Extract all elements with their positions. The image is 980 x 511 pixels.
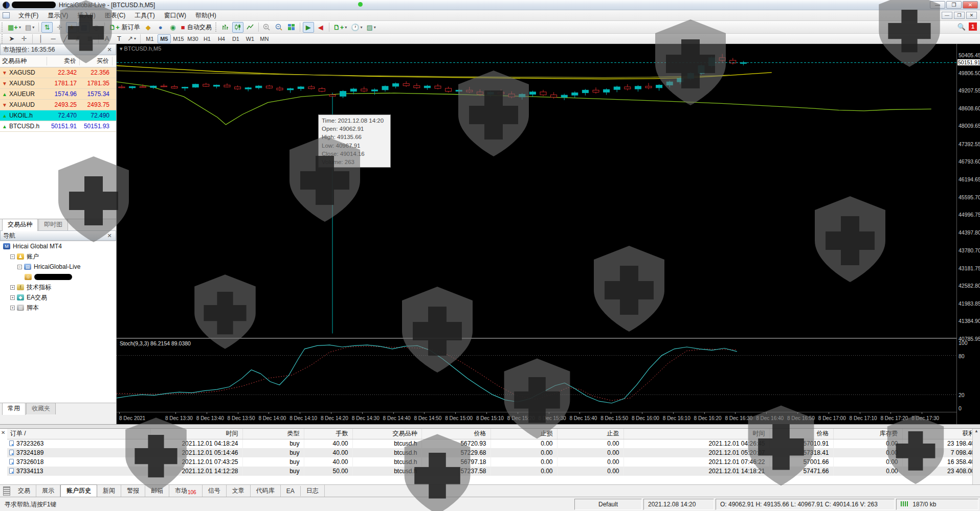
market-row-xauusd[interactable]: ▼XAUUSD1781.171781.35 <box>0 78 116 89</box>
overlay-search-icon[interactable]: 🔍 <box>957 23 966 31</box>
tab-symbols[interactable]: 交易品种 <box>2 219 38 231</box>
market-row-xagusd[interactable]: ▼XAGUSD22.34222.356 <box>0 67 116 78</box>
chart-close-button[interactable]: ✕ <box>966 12 977 19</box>
timeframe-h1[interactable]: H1 <box>201 34 214 43</box>
notification-badge[interactable]: 1 <box>969 22 977 31</box>
orders-column-8[interactable]: 时间 <box>623 429 769 439</box>
strategy-tester-button[interactable]: ◎ <box>91 22 102 33</box>
terminal-close-icon[interactable]: ✕ <box>1 430 5 435</box>
terminal-tab-新闻[interactable]: 新闻 <box>97 485 121 497</box>
zoom-in-button[interactable] <box>261 22 273 33</box>
menu-item-1[interactable]: 显示(V) <box>43 11 73 20</box>
new-chart-button[interactable]: ▦+▾ <box>6 22 23 33</box>
orders-column-2[interactable]: 类型 <box>242 429 304 439</box>
orders-column-7[interactable]: 止盈 <box>557 429 623 439</box>
tree-item-Hricai Global MT4[interactable]: MHricai Global MT4 <box>0 241 116 251</box>
vertical-line-button[interactable]: │ <box>35 34 47 43</box>
profiles-button[interactable]: ▤▾ <box>24 22 36 33</box>
terminal-grip-icon[interactable] <box>3 486 10 496</box>
market-watch-toggle[interactable]: ⇅ <box>41 22 53 33</box>
tab-tick-chart[interactable]: 即时图 <box>38 219 68 230</box>
terminal-tab-代码库[interactable]: 代码库 <box>251 485 281 497</box>
terminal-tab-交易[interactable]: 交易 <box>12 485 36 497</box>
timeframe-m5[interactable]: M5 <box>158 34 171 43</box>
text-button[interactable]: A <box>101 34 113 43</box>
tree-item-account-redacted[interactable]: ☺ <box>0 272 116 282</box>
order-row-37326018[interactable]: 373260182021.12.01 07:43:25buy40.00btcus… <box>7 457 979 467</box>
timeframe-m30[interactable]: M30 <box>186 34 199 43</box>
new-order-button[interactable]: 🗋+ 新订单 <box>107 22 142 33</box>
column-symbol[interactable]: 交易品种 <box>0 57 47 65</box>
close-button[interactable]: ✕ <box>963 1 978 9</box>
restore-button[interactable]: ❐ <box>946 1 962 9</box>
order-row-37334113[interactable]: 373341132021.12.01 14:12:28buy50.00btcus… <box>7 467 979 476</box>
orders-scrollbar[interactable]: ▲ <box>972 429 980 485</box>
expand-icon[interactable]: + <box>10 285 15 290</box>
terminal-tab-邮箱[interactable]: 邮箱 <box>145 485 169 497</box>
price-axis[interactable]: 50405.4549806.5049207.5548608.6048009.65… <box>956 44 980 424</box>
arrows-button[interactable]: ↗▾ <box>126 34 138 43</box>
orders-column-4[interactable]: 交易品种 <box>352 429 421 439</box>
autoscroll-toggle[interactable]: ▶ <box>303 22 314 33</box>
minimize-button[interactable]: — <box>930 1 945 9</box>
stochastic-plot[interactable] <box>117 339 956 412</box>
tree-item-脚本[interactable]: +▥脚本 <box>0 303 116 313</box>
tree-item-EA交易[interactable]: +◆EA交易 <box>0 292 116 303</box>
timeframe-mn[interactable]: MN <box>258 34 271 43</box>
cursor-button[interactable]: ➤ <box>6 34 17 43</box>
community-button[interactable]: ● <box>155 22 166 33</box>
order-row-37324189[interactable]: 373241892021.12.01 05:14:46buy40.00btcus… <box>7 448 979 457</box>
terminal-toggle[interactable]: ▤ <box>78 22 90 33</box>
column-ask[interactable]: 买价 <box>80 57 113 65</box>
chart-minimize-button[interactable]: — <box>942 12 952 19</box>
navigator-close-icon[interactable]: ✕ <box>106 233 113 239</box>
trendline-button[interactable]: ╱ <box>60 34 71 43</box>
horizontal-splitter[interactable] <box>0 424 980 428</box>
timeframe-m1[interactable]: M1 <box>143 34 157 43</box>
toolbar-grip[interactable] <box>2 22 4 32</box>
column-bid[interactable]: 卖价 <box>47 57 80 65</box>
market-watch-close-icon[interactable]: ✕ <box>106 47 113 53</box>
timeframe-h4[interactable]: H4 <box>215 34 228 43</box>
orders-column-9[interactable]: 价格 <box>769 429 833 439</box>
terminal-tab-市场[interactable]: 市场106 <box>169 485 203 497</box>
tree-item-技术指标[interactable]: +f技术指标 <box>0 282 116 292</box>
terminal-tab-EA[interactable]: EA <box>281 486 301 496</box>
text-label-button[interactable]: T <box>114 34 125 43</box>
periods-button[interactable]: 🕐▾ <box>349 22 364 33</box>
timeframe-w1[interactable]: W1 <box>243 34 257 43</box>
time-axis[interactable]: 8 Dec 20218 Dec 13:308 Dec 13:408 Dec 13… <box>117 412 956 424</box>
chart-system-icon[interactable] <box>3 12 10 18</box>
autotrading-button[interactable]: ■ 自动交易 <box>180 22 213 33</box>
menu-item-4[interactable]: 工具(T) <box>130 11 159 20</box>
bar-chart-button[interactable] <box>220 22 231 33</box>
terminal-tab-信号[interactable]: 信号 <box>203 485 227 497</box>
terminal-tab-警报[interactable]: 警报 <box>121 485 145 497</box>
menu-item-3[interactable]: 图表(C) <box>100 11 130 20</box>
terminal-tab-账户历史[interactable]: 账户历史 <box>60 484 97 497</box>
menu-item-0[interactable]: 文件(F) <box>14 11 43 20</box>
expand-icon[interactable]: + <box>10 306 15 310</box>
market-row-xauaud[interactable]: ▼XAUAUD2493.252493.75 <box>0 100 116 110</box>
fibonacci-button[interactable]: ≣ <box>84 34 96 43</box>
timeframe-m15[interactable]: M15 <box>172 34 185 43</box>
candlestick-button[interactable] <box>232 22 243 33</box>
chart-restore-button[interactable]: ❐ <box>954 12 965 19</box>
horizontal-line-button[interactable]: ─ <box>48 34 59 43</box>
menu-item-2[interactable]: 插入(I) <box>73 11 100 20</box>
signals-button[interactable]: ◉ <box>167 22 179 33</box>
orders-column-11[interactable]: 获利 <box>902 429 979 439</box>
tab-favorites[interactable]: 收藏夹 <box>26 403 56 414</box>
orders-column-1[interactable]: 时间 <box>150 429 242 439</box>
metaeditor-button[interactable]: ◆ <box>143 22 154 33</box>
indicators-button[interactable]: 🗋+▾ <box>332 22 349 33</box>
terminal-tab-日志[interactable]: 日志 <box>301 485 325 497</box>
tree-item-HricaiGlobal-Live[interactable]: −▤HricaiGlobal-Live <box>0 262 116 272</box>
market-row-xaueur[interactable]: ▲XAUEUR1574.961575.34 <box>0 89 116 100</box>
timeframe-d1[interactable]: D1 <box>229 34 242 43</box>
market-row-ukoil.h[interactable]: ▲UKOIL.h72.47072.490 <box>0 110 116 121</box>
toolbar-grip[interactable] <box>2 34 4 43</box>
zoom-out-button[interactable] <box>274 22 285 33</box>
line-chart-button[interactable] <box>244 22 256 33</box>
orders-column-5[interactable]: 价格 <box>421 429 491 439</box>
